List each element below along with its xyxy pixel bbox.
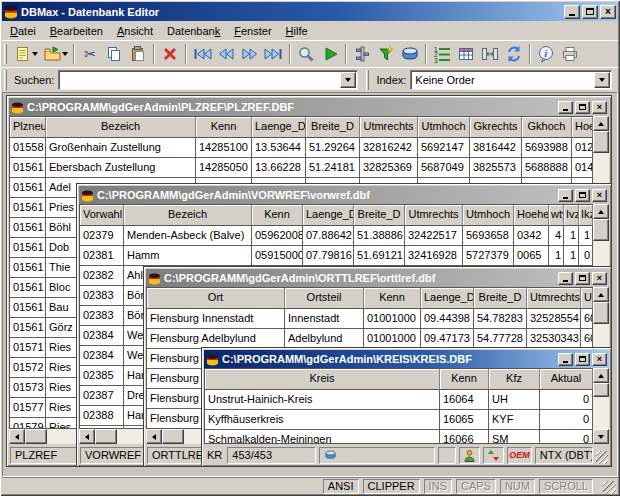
table-cell[interactable]: 32422517 xyxy=(405,226,463,246)
resize-grip[interactable] xyxy=(596,451,608,464)
table-cell[interactable]: 014 xyxy=(572,158,593,178)
table-cell[interactable]: 16066 xyxy=(440,430,489,444)
toolbar-grip[interactable] xyxy=(4,44,7,64)
info-button[interactable]: i xyxy=(534,42,558,66)
table-cell[interactable]: 07.79816 xyxy=(303,246,354,266)
table-cell[interactable]: Ebersbach Zustellung xyxy=(46,158,196,178)
table-cell[interactable]: 01579 xyxy=(10,418,46,429)
scroll-thumb[interactable] xyxy=(95,429,117,444)
column-header[interactable]: Kenn xyxy=(196,117,252,138)
orttlref-close-button[interactable]: × xyxy=(592,272,607,285)
table-cell[interactable]: 3816442 xyxy=(470,138,522,158)
table-cell[interactable]: 01558 xyxy=(10,138,46,158)
column-header[interactable]: Kenn xyxy=(252,205,303,226)
orttlref-titlebar[interactable]: C:\PROGRAMM\gdGerAdmin\ORTTLREF\orttlref… xyxy=(146,269,609,287)
table-cell[interactable]: 54.77728 xyxy=(474,329,527,349)
table-cell[interactable]: 01561 xyxy=(10,218,46,238)
main-titlebar[interactable]: DBMax - Datenbank Editor × xyxy=(2,2,618,21)
table-cell[interactable]: 13.66228 xyxy=(252,158,306,178)
column-header[interactable]: Utmhoch xyxy=(463,205,514,226)
table-cell[interactable]: UH xyxy=(489,390,540,410)
table-cell[interactable]: 60 xyxy=(581,329,593,349)
table-cell[interactable]: 01577 xyxy=(10,398,46,418)
kreis-maximize-button[interactable] xyxy=(575,353,590,366)
table-cell[interactable]: 01573 xyxy=(10,378,46,398)
column-header[interactable]: Breite_D xyxy=(474,288,527,309)
table-cell[interactable]: 02379 xyxy=(80,226,124,246)
table-cell[interactable]: 32416928 xyxy=(405,246,463,266)
delete-button[interactable] xyxy=(158,42,182,66)
scroll-left-button[interactable] xyxy=(79,429,95,444)
new-document-button[interactable] xyxy=(10,42,34,66)
table-cell[interactable]: Kyffhäuserkreis xyxy=(205,410,440,430)
table-cell[interactable]: 4 xyxy=(549,226,564,246)
table-cell[interactable]: Adelbylund xyxy=(285,329,364,349)
scroll-left-button[interactable] xyxy=(9,429,25,444)
kreis-close-button[interactable]: × xyxy=(592,353,607,366)
table-cell[interactable]: 02383 xyxy=(80,286,124,306)
resize-grip[interactable] xyxy=(603,481,616,494)
table-cell[interactable]: 51.24181 xyxy=(306,158,360,178)
column-header[interactable]: Kenn xyxy=(440,369,489,390)
vorwref-close-button[interactable]: × xyxy=(592,189,607,202)
table-cell[interactable]: 05915000 xyxy=(252,246,303,266)
table-cell[interactable]: 14285050 xyxy=(196,158,252,178)
column-header[interactable]: Vorwahl xyxy=(80,205,124,226)
table-cell[interactable]: 02388 xyxy=(80,406,124,426)
column-header[interactable]: Laenge_D xyxy=(421,288,474,309)
table-cell[interactable]: 13.53644 xyxy=(252,138,306,158)
menu-hilfe[interactable]: Hilfe xyxy=(279,23,315,39)
column-header[interactable]: Breite_D xyxy=(354,205,405,226)
table-cell[interactable]: 01572 xyxy=(10,358,46,378)
filter-settings-button[interactable] xyxy=(350,42,374,66)
table-cell[interactable]: 01561 xyxy=(10,158,46,178)
column-header[interactable]: Bezeich xyxy=(124,205,252,226)
column-header[interactable]: U xyxy=(581,288,593,309)
table-cell[interactable]: 60 xyxy=(581,309,593,329)
scroll-thumb[interactable] xyxy=(593,383,609,397)
plzref-maximize-button[interactable] xyxy=(575,101,590,114)
table-cell[interactable]: 14285100 xyxy=(196,138,252,158)
menu-ansicht[interactable]: Ansicht xyxy=(110,23,160,39)
scroll-thumb[interactable] xyxy=(162,429,184,444)
table-cell[interactable]: 32528554 xyxy=(527,309,581,329)
table-cell[interactable]: 51.38886 xyxy=(354,226,405,246)
table-cell[interactable]: 32825369 xyxy=(360,158,418,178)
table-cell[interactable]: 09.47173 xyxy=(421,329,474,349)
table-cell[interactable]: 02385 xyxy=(80,366,124,386)
scroll-thumb[interactable] xyxy=(593,219,609,241)
kreis-vscrollbar[interactable] xyxy=(593,368,609,444)
column-header[interactable]: Aktual xyxy=(540,369,593,390)
table-cell[interactable]: Flensburg Adelbylund xyxy=(147,329,285,349)
orttlref-minimize-button[interactable] xyxy=(558,272,573,285)
new-dropdown-arrow[interactable] xyxy=(32,52,38,56)
go-first-button[interactable] xyxy=(190,42,214,66)
go-previous-button[interactable] xyxy=(214,42,238,66)
column-header[interactable]: Ortsteil xyxy=(285,288,364,309)
column-header[interactable]: Kreis xyxy=(205,369,440,390)
search-input[interactable] xyxy=(58,70,358,90)
toolbar-grip[interactable] xyxy=(4,70,7,90)
scroll-thumb[interactable] xyxy=(593,302,609,324)
table-cell[interactable]: Menden-Asbeck (Balve) xyxy=(124,226,252,246)
table-cell[interactable]: Unstrut-Hainich-Kreis xyxy=(205,390,440,410)
toolbar-grip[interactable] xyxy=(366,70,369,90)
column-header[interactable]: Laenge_D xyxy=(252,117,306,138)
column-header[interactable]: Hoe xyxy=(572,117,593,138)
table-cell[interactable]: 01001000 xyxy=(364,309,421,329)
kreis-minimize-button[interactable] xyxy=(558,353,573,366)
column-header[interactable]: Ivz xyxy=(564,205,579,226)
copy-button[interactable] xyxy=(102,42,126,66)
maximize-button[interactable] xyxy=(582,5,598,19)
table-cell[interactable]: 5688888 xyxy=(522,158,572,178)
table-cell[interactable]: 01561 xyxy=(10,318,46,338)
table-cell[interactable]: 3825573 xyxy=(470,158,522,178)
table-cell[interactable]: 02381 xyxy=(80,246,124,266)
table-cell[interactable]: 0 xyxy=(540,410,593,430)
scroll-thumb[interactable] xyxy=(593,131,609,153)
table-cell[interactable]: 01561 xyxy=(10,178,46,198)
column-header[interactable]: Kfz xyxy=(489,369,540,390)
table-cell[interactable]: 01561 xyxy=(10,198,46,218)
column-header[interactable]: Utmrechts xyxy=(405,205,463,226)
table-cell[interactable]: 1 xyxy=(564,226,579,246)
